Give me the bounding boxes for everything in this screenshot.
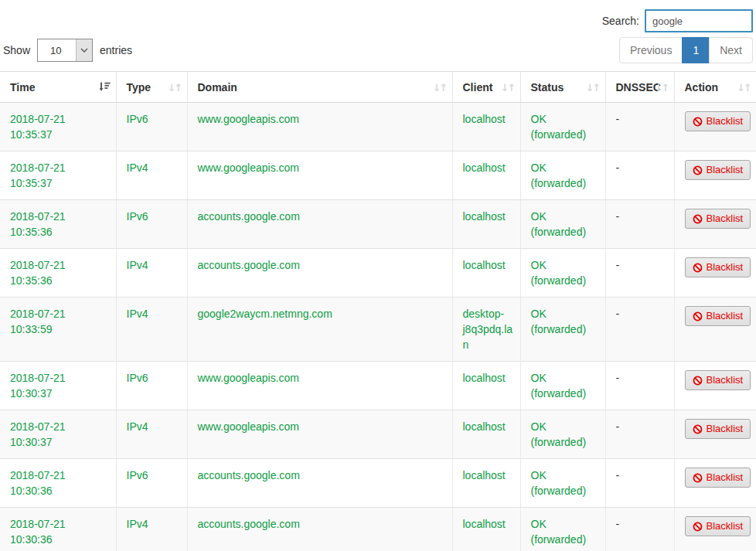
blacklist-button[interactable]: Blacklist <box>685 257 751 277</box>
time-cell: 2018-07-21 10:35:37 <box>0 151 116 200</box>
table-row: 2018-07-21 10:35:37 IPv4 www.googleapis.… <box>0 151 756 200</box>
search-label: Search: <box>602 15 639 27</box>
ban-icon <box>693 165 703 175</box>
type-cell[interactable]: IPv4 <box>116 410 187 459</box>
blacklist-button[interactable]: Blacklist <box>685 160 751 180</box>
status-cell: OK (forwarded) <box>520 103 605 151</box>
column-header-domain[interactable]: Domain ↓↑ <box>187 72 452 103</box>
dnssec-cell: - <box>605 362 674 410</box>
type-cell[interactable]: IPv4 <box>116 298 187 362</box>
blacklist-label: Blacklist <box>707 261 744 274</box>
blacklist-button[interactable]: Blacklist <box>685 209 751 229</box>
ban-icon <box>693 376 703 386</box>
type-cell[interactable]: IPv6 <box>116 362 187 410</box>
column-header-label: Time <box>10 81 35 94</box>
client-cell[interactable]: localhost <box>452 362 520 410</box>
blacklist-label: Blacklist <box>707 310 744 322</box>
blacklist-button[interactable]: Blacklist <box>685 306 751 326</box>
ban-icon <box>693 117 703 127</box>
domain-cell[interactable]: www.googleapis.com <box>187 103 452 151</box>
ban-icon <box>693 214 703 224</box>
client-cell[interactable]: localhost <box>452 103 520 151</box>
column-header-client[interactable]: Client ↓↑ <box>452 72 520 103</box>
next-page-button[interactable]: Next <box>709 37 753 63</box>
blacklist-button[interactable]: Blacklist <box>685 516 751 536</box>
client-cell[interactable]: desktop-j8q3pdq.lan <box>452 298 520 362</box>
type-cell[interactable]: IPv6 <box>116 200 187 249</box>
status-cell: OK (forwarded) <box>520 298 605 362</box>
action-cell: Blacklist <box>674 200 756 249</box>
column-header-time[interactable]: Time <box>0 72 116 103</box>
action-cell: Blacklist <box>674 103 756 151</box>
blacklist-button[interactable]: Blacklist <box>685 370 751 390</box>
search-input[interactable] <box>645 9 753 32</box>
client-cell[interactable]: localhost <box>452 410 520 459</box>
action-cell: Blacklist <box>674 249 756 298</box>
page-length-control: Show 10 entries <box>3 39 132 62</box>
blacklist-button[interactable]: Blacklist <box>685 111 751 131</box>
column-header-dnssec[interactable]: DNSSEC ↓↑ <box>605 72 674 103</box>
table-row: 2018-07-21 10:30:36 IPv4 accounts.google… <box>0 508 756 551</box>
search-bar: Search: <box>0 0 756 32</box>
action-cell: Blacklist <box>674 410 756 459</box>
client-cell[interactable]: localhost <box>452 249 520 298</box>
status-cell: OK (forwarded) <box>520 410 605 459</box>
page-length-select[interactable]: 10 <box>37 39 93 62</box>
ban-icon <box>693 424 703 434</box>
column-header-label: Action <box>685 81 719 94</box>
column-header-type[interactable]: Type ↓↑ <box>116 72 187 103</box>
table-row: 2018-07-21 10:35:36 IPv4 accounts.google… <box>0 249 756 298</box>
domain-cell[interactable]: accounts.google.com <box>187 508 452 551</box>
table-row: 2018-07-21 10:33:59 IPv4 google2waycm.ne… <box>0 298 756 362</box>
blacklist-label: Blacklist <box>707 213 744 225</box>
dnssec-cell: - <box>605 508 674 551</box>
column-header-action[interactable]: Action ↓↑ <box>674 72 756 103</box>
time-cell: 2018-07-21 10:35:36 <box>0 249 116 298</box>
status-cell: OK (forwarded) <box>520 362 605 410</box>
sort-both-icon: ↓↑ <box>501 81 515 93</box>
column-header-label: Domain <box>198 81 237 94</box>
type-cell[interactable]: IPv6 <box>116 103 187 151</box>
blacklist-label: Blacklist <box>707 471 744 484</box>
domain-cell[interactable]: google2waycm.netmng.com <box>187 298 452 362</box>
page-length-select-wrap: 10 <box>37 39 93 62</box>
type-cell[interactable]: IPv4 <box>116 249 187 298</box>
client-cell[interactable]: localhost <box>452 459 520 508</box>
action-cell: Blacklist <box>674 459 756 508</box>
status-cell: OK (forwarded) <box>520 459 605 508</box>
client-cell[interactable]: localhost <box>452 508 520 551</box>
domain-cell[interactable]: accounts.google.com <box>187 459 452 508</box>
time-cell: 2018-07-21 10:30:36 <box>0 508 116 551</box>
previous-page-button[interactable]: Previous <box>619 37 683 63</box>
dnssec-cell: - <box>605 298 674 362</box>
type-cell[interactable]: IPv4 <box>116 508 187 551</box>
table-body: 2018-07-21 10:35:37 IPv6 www.googleapis.… <box>0 103 756 551</box>
pagination-top: Previous 1 Next <box>619 37 753 63</box>
client-cell[interactable]: localhost <box>452 200 520 249</box>
column-header-label: Status <box>531 81 564 94</box>
domain-cell[interactable]: www.googleapis.com <box>187 362 452 410</box>
ban-icon <box>693 522 703 532</box>
column-header-status[interactable]: Status ↓↑ <box>520 72 605 103</box>
dnssec-cell: - <box>605 410 674 459</box>
type-cell[interactable]: IPv6 <box>116 459 187 508</box>
blacklist-button[interactable]: Blacklist <box>685 419 751 439</box>
client-cell[interactable]: localhost <box>452 151 520 200</box>
domain-cell[interactable]: www.googleapis.com <box>187 410 452 459</box>
dnssec-cell: - <box>605 151 674 200</box>
domain-cell[interactable]: accounts.google.com <box>187 249 452 298</box>
page-number-button[interactable]: 1 <box>682 37 710 63</box>
ban-icon <box>693 473 703 483</box>
type-cell[interactable]: IPv4 <box>116 151 187 200</box>
time-cell: 2018-07-21 10:35:37 <box>0 103 116 151</box>
time-cell: 2018-07-21 10:33:59 <box>0 298 116 362</box>
blacklist-label: Blacklist <box>707 520 744 532</box>
status-cell: OK (forwarded) <box>520 249 605 298</box>
blacklist-button[interactable]: Blacklist <box>685 468 751 488</box>
status-cell: OK (forwarded) <box>520 508 605 551</box>
domain-cell[interactable]: accounts.google.com <box>187 200 452 249</box>
column-header-label: Client <box>463 81 493 94</box>
domain-cell[interactable]: www.googleapis.com <box>187 151 452 200</box>
entries-label: entries <box>100 44 132 56</box>
dnssec-cell: - <box>605 459 674 508</box>
